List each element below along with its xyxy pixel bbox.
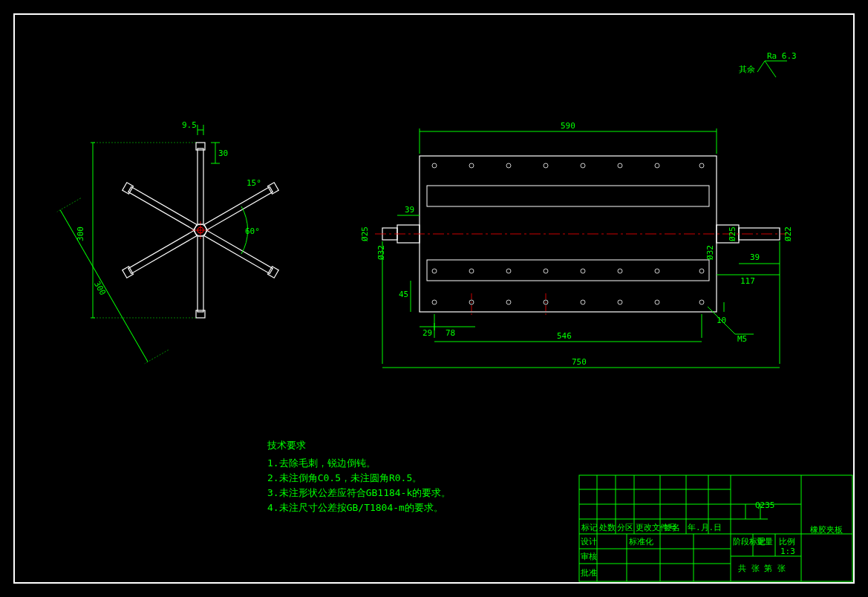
svg-point-57 [699,300,704,304]
svg-point-47 [618,269,622,273]
tb-material: Q235 [755,500,775,510]
tb-ratio: 比例 [779,537,795,547]
svg-point-55 [618,300,622,304]
tb-std: 标准化 [628,537,653,547]
svg-point-54 [581,300,585,304]
svg-point-32 [432,163,437,168]
svg-point-48 [655,269,659,273]
tb-date: 年.月.日 [688,523,722,532]
tb-sheet: 共 张 第 张 [738,564,786,573]
tb-num: 处数 [599,523,616,532]
note-4: 4.未注尺寸公差按GB/T1804-m的要求。 [267,500,451,515]
tech-notes: 技术要求 1.去除毛刺，锐边倒钝。 2.未注倒角C0.5，未注圆角R0.5。 3… [267,438,451,515]
svg-rect-40 [427,186,709,206]
svg-point-39 [699,163,704,168]
svg-point-56 [655,300,659,304]
svg-point-49 [699,269,704,273]
dim-d25: Ø25 [360,226,370,241]
dim-d32r: Ø32 [705,245,715,260]
dim-546: 546 [557,331,572,341]
note-2: 2.未注倒角C0.5，未注圆角R0.5。 [267,471,451,486]
dim-d32l: Ø32 [376,245,386,260]
dim-10: 10 [717,316,726,325]
note-3: 3.未注形状公差应符合GB1184-k的要求。 [267,486,451,500]
tb-div: 分区 [617,523,633,532]
svg-point-52 [506,300,511,304]
dim-117: 117 [740,276,755,286]
tb-mark: 标记 [581,523,598,532]
tb-partname: 橡胶夹板 [810,525,843,535]
svg-point-37 [618,163,622,168]
svg-point-34 [506,163,511,168]
dim-750: 750 [572,357,587,367]
dim-d22: Ø22 [783,226,793,241]
svg-point-43 [469,269,474,273]
svg-point-36 [581,163,585,168]
title-block: 标记 处数 分区 更改文件号 签名 年.月.日 设计 标准化 审核 批准 阶段标… [578,474,853,582]
tb-sign: 签名 [664,523,680,532]
dim-590: 590 [561,121,575,131]
dim-39-r: 39 [750,252,760,262]
notes-title: 技术要求 [267,438,451,453]
svg-point-35 [544,163,548,168]
tb-scale: 1:3 [780,547,795,556]
svg-point-46 [581,269,585,273]
dim-d25r: Ø25 [728,226,737,241]
tb-weight: 重量 [757,537,773,547]
dim-m5: M5 [737,334,747,344]
svg-point-42 [432,269,437,273]
note-1: 1.去除毛刺，锐边倒钝。 [267,456,451,471]
tb-check: 审核 [581,552,597,561]
svg-point-45 [544,269,548,273]
tb-appr: 批准 [581,568,597,578]
svg-point-33 [469,163,474,168]
svg-point-50 [432,300,437,304]
dim-78: 78 [446,328,455,338]
svg-point-44 [506,269,511,273]
svg-point-38 [655,163,659,168]
dim-29: 29 [422,328,432,338]
dim-39-l: 39 [405,205,414,215]
tb-design: 设计 [581,537,597,547]
dim-45: 45 [399,290,408,299]
